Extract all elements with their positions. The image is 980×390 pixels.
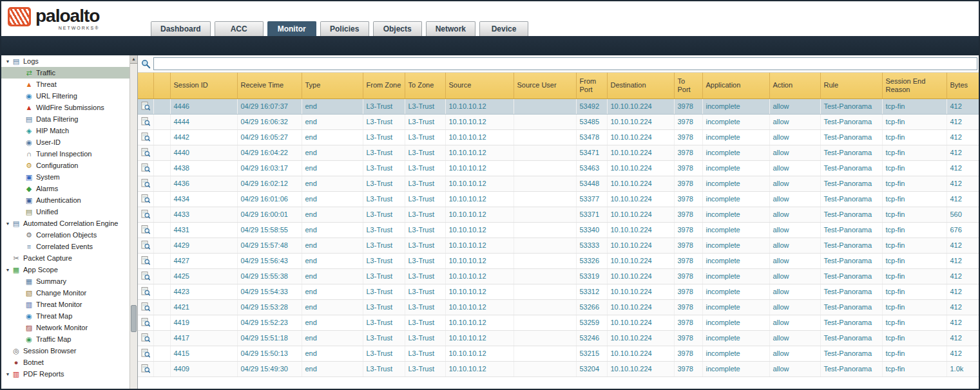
- cell-rule[interactable]: Test-Panorama: [820, 268, 882, 284]
- cell-detail[interactable]: [138, 176, 153, 191]
- cell-bytes[interactable]: 412: [946, 191, 979, 207]
- cell-detail[interactable]: [138, 191, 153, 207]
- cell-bytes[interactable]: 412: [946, 129, 979, 145]
- cell-action[interactable]: allow: [769, 98, 820, 114]
- cell-action[interactable]: allow: [769, 330, 820, 346]
- table-row[interactable]: 444204/29 16:05:27endL3-TrustL3-Trust10.…: [138, 129, 979, 145]
- cell-rule[interactable]: Test-Panorama: [820, 191, 882, 207]
- sidebar-item-botnet[interactable]: ●Botnet: [1, 357, 130, 368]
- cell-type[interactable]: end: [302, 98, 363, 114]
- table-row[interactable]: 443604/29 16:02:12endL3-TrustL3-Trust10.…: [138, 176, 979, 191]
- cell-source[interactable]: 10.10.10.12: [445, 176, 514, 191]
- cell-bytes[interactable]: 412: [946, 176, 979, 191]
- cell-to_port[interactable]: 3978: [674, 176, 702, 191]
- cell-session_id[interactable]: 4421: [170, 299, 237, 315]
- table-row[interactable]: 441504/29 15:50:13endL3-TrustL3-Trust10.…: [138, 346, 979, 361]
- cell-application[interactable]: incomplete: [702, 129, 769, 145]
- cell-session_end_reason[interactable]: tcp-fin: [882, 299, 946, 315]
- cell-rule[interactable]: Test-Panorama: [820, 160, 882, 176]
- cell-application[interactable]: incomplete: [702, 284, 769, 299]
- cell-destination[interactable]: 10.10.10.224: [607, 330, 674, 346]
- cell-from_port[interactable]: 53215: [576, 346, 607, 361]
- log-detail-icon[interactable]: [141, 120, 150, 127]
- cell-to_port[interactable]: 3978: [674, 98, 702, 114]
- sidebar-item-traffic-map[interactable]: ◉Traffic Map: [1, 333, 130, 345]
- cell-bytes[interactable]: 412: [946, 145, 979, 160]
- sidebar-item-threat-map[interactable]: ◉Threat Map: [1, 310, 130, 322]
- cell-source[interactable]: 10.10.10.12: [445, 129, 514, 145]
- cell-from_port[interactable]: 53312: [576, 284, 607, 299]
- cell-source[interactable]: 10.10.10.12: [445, 98, 514, 114]
- cell-type[interactable]: end: [302, 346, 363, 361]
- cell-session_id[interactable]: 4444: [170, 114, 237, 129]
- cell-session_end_reason[interactable]: tcp-fin: [882, 98, 946, 114]
- cell-session_end_reason[interactable]: tcp-fin: [882, 284, 946, 299]
- tab-policies[interactable]: Policies: [320, 21, 369, 36]
- cell-detail[interactable]: [138, 222, 153, 237]
- cell-bytes[interactable]: 412: [946, 268, 979, 284]
- sidebar-item-correlated-events[interactable]: ≡Correlated Events: [1, 241, 130, 252]
- cell-detail[interactable]: [138, 145, 153, 160]
- tab-objects[interactable]: Objects: [373, 21, 422, 36]
- cell-type[interactable]: end: [302, 129, 363, 145]
- cell-destination[interactable]: 10.10.10.224: [607, 361, 674, 376]
- sidebar-item-threat[interactable]: ▲Threat: [1, 79, 130, 90]
- column-header-session_end_reason[interactable]: Session End Reason: [882, 73, 946, 98]
- table-row[interactable]: 442104/29 15:53:28endL3-TrustL3-Trust10.…: [138, 299, 979, 315]
- cell-destination[interactable]: 10.10.10.224: [607, 98, 674, 114]
- cell-detail[interactable]: [138, 160, 153, 176]
- cell-receive_time[interactable]: 04/29 15:51:18: [237, 330, 302, 346]
- sidebar-item-pdf-reports[interactable]: ▼▥PDF Reports: [1, 368, 130, 380]
- cell-action[interactable]: allow: [769, 268, 820, 284]
- cell-detail[interactable]: [138, 330, 153, 346]
- cell-destination[interactable]: 10.10.10.224: [607, 315, 674, 330]
- cell-from_zone[interactable]: L3-Trust: [363, 176, 405, 191]
- cell-from_zone[interactable]: L3-Trust: [363, 253, 405, 268]
- cell-destination[interactable]: 10.10.10.224: [607, 268, 674, 284]
- column-header-rule[interactable]: Rule: [820, 73, 882, 98]
- table-row[interactable]: 443804/29 16:03:17endL3-TrustL3-Trust10.…: [138, 160, 979, 176]
- cell-type[interactable]: end: [302, 191, 363, 207]
- cell-action[interactable]: allow: [769, 160, 820, 176]
- log-detail-icon[interactable]: [141, 351, 150, 359]
- cell-session_id[interactable]: 4440: [170, 145, 237, 160]
- cell-to_zone[interactable]: L3-Trust: [405, 145, 445, 160]
- cell-receive_time[interactable]: 04/29 15:53:28: [237, 299, 302, 315]
- cell-from_port[interactable]: 53326: [576, 253, 607, 268]
- cell-rule[interactable]: Test-Panorama: [820, 207, 882, 222]
- column-header-session_id[interactable]: Session ID: [170, 73, 237, 98]
- expander-icon[interactable]: ▼: [4, 372, 12, 376]
- cell-bytes[interactable]: 412: [946, 330, 979, 346]
- cell-action[interactable]: allow: [769, 361, 820, 376]
- cell-bytes[interactable]: 412: [946, 114, 979, 129]
- cell-to_zone[interactable]: L3-Trust: [405, 176, 445, 191]
- cell-receive_time[interactable]: 04/29 15:52:23: [237, 315, 302, 330]
- cell-source[interactable]: 10.10.10.12: [445, 253, 514, 268]
- tab-monitor[interactable]: Monitor: [267, 21, 316, 36]
- cell-to_port[interactable]: 3978: [674, 253, 702, 268]
- cell-detail[interactable]: [138, 361, 153, 376]
- sidebar-item-alarms[interactable]: ◆Alarms: [1, 183, 130, 194]
- cell-from_port[interactable]: 53492: [576, 98, 607, 114]
- cell-bytes[interactable]: 412: [946, 315, 979, 330]
- cell-action[interactable]: allow: [769, 237, 820, 253]
- cell-bytes[interactable]: 412: [946, 346, 979, 361]
- cell-from_zone[interactable]: L3-Trust: [363, 145, 405, 160]
- cell-to_port[interactable]: 3978: [674, 346, 702, 361]
- cell-bytes[interactable]: 412: [946, 284, 979, 299]
- cell-source[interactable]: 10.10.10.12: [445, 299, 514, 315]
- cell-to_port[interactable]: 3978: [674, 237, 702, 253]
- sidebar-item-wildfire-submissions[interactable]: ▲WildFire Submissions: [1, 102, 130, 113]
- cell-application[interactable]: incomplete: [702, 299, 769, 315]
- cell-source[interactable]: 10.10.10.12: [445, 284, 514, 299]
- cell-to_port[interactable]: 3978: [674, 330, 702, 346]
- cell-detail[interactable]: [138, 346, 153, 361]
- cell-bytes[interactable]: 676: [946, 222, 979, 237]
- cell-application[interactable]: incomplete: [702, 207, 769, 222]
- cell-action[interactable]: allow: [769, 207, 820, 222]
- log-detail-icon[interactable]: [141, 197, 150, 205]
- cell-rule[interactable]: Test-Panorama: [820, 129, 882, 145]
- cell-rule[interactable]: Test-Panorama: [820, 330, 882, 346]
- column-header-type[interactable]: Type: [302, 73, 363, 98]
- cell-session_end_reason[interactable]: tcp-fin: [882, 330, 946, 346]
